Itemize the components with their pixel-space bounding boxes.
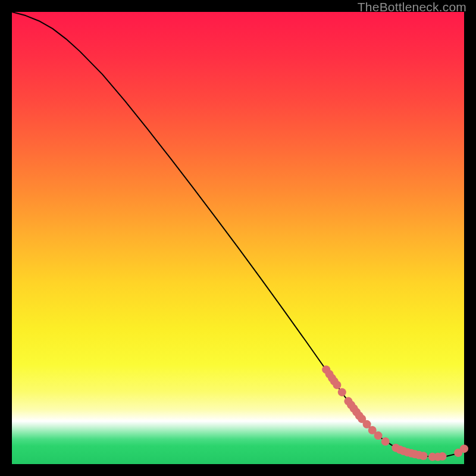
chart-container: TheBottleneck.com xyxy=(0,0,476,476)
data-point xyxy=(419,452,428,460)
data-point xyxy=(374,431,383,440)
plot-area xyxy=(12,12,464,464)
data-point xyxy=(333,381,341,389)
bottleneck-curve xyxy=(12,12,464,457)
chart-overlay xyxy=(12,12,464,464)
data-point xyxy=(381,437,390,446)
data-point xyxy=(439,452,447,461)
data-point xyxy=(460,444,468,453)
data-points xyxy=(322,365,468,461)
data-point xyxy=(338,388,346,396)
